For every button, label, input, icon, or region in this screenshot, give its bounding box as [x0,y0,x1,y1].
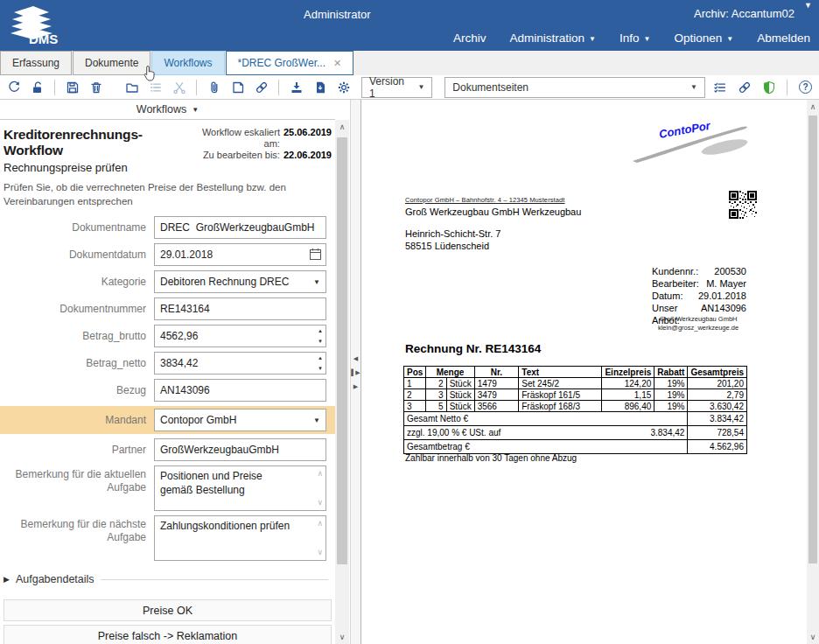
chevron-down-icon: ▼ [726,35,733,43]
bemerkung-naechste-textarea[interactable]: Zahlungskonditionen prüfen [154,515,326,561]
invoice-table: Pos Menge Nr. Text Einzelpreis Rabatt Ge… [403,366,747,454]
cut-icon[interactable] [170,78,188,96]
dokumentdatum-input[interactable] [154,243,326,266]
link-icon[interactable] [252,78,270,96]
settings-gear-icon[interactable] [334,78,353,96]
checklist-icon[interactable] [710,78,729,96]
grand-total-row: Gesamtbetrag € 4.562,96 [404,440,747,454]
menu-item-archiv[interactable]: Archiv [453,32,486,45]
table-row: 23 Stück3479 Fräskopf 161/51,15 19%2,79 [404,389,747,401]
scroll-down-icon[interactable]: ∨ [335,630,349,644]
chevron-down-icon: ▼ [192,106,199,114]
download-icon[interactable] [287,78,305,96]
field-dokumentnummer: Dokumentnummer [4,298,332,320]
expand-chevron-icon[interactable]: ▶ [4,575,10,584]
save-icon[interactable] [63,78,81,96]
field-bemerkung-aktuell: Bemerkung für die aktuellen Aufgabe Posi… [4,466,332,511]
scroll-down-icon[interactable]: ∨ [807,630,819,644]
recipient-address: Heinrich-Schicht-Str. 7 58515 Lüdenschei… [405,228,500,253]
scrollbar-thumb[interactable] [337,137,347,564]
betrag-brutto-input[interactable] [154,325,326,347]
workflow-panel: Workflows ▼ Kreditorenrechnungs-Workflow… [0,100,350,644]
shield-icon[interactable] [760,78,778,96]
document-preview: ContoPor Contopor GmbH – Bahnhofstr. 4 –… [361,100,819,644]
field-bezug: Bezug [4,379,332,402]
contopor-logo-text: ContoPor [658,119,712,141]
field-mandant: Mandant Contopor GmbH ▼ [0,406,335,434]
field-kategorie: Kategorie Debitoren Rechnung DREC ▼ [4,270,332,293]
archive-chevron-down-icon[interactable]: ▼ [804,1,812,10]
textarea-scroll-arrows[interactable]: ∧∨ [317,470,323,507]
betrag-netto-input[interactable] [154,352,326,374]
textarea-scroll-arrows[interactable]: ∧∨ [317,520,323,556]
attachment-icon[interactable] [205,78,223,96]
user-label: Administrator [304,8,371,21]
main-menu: Archiv Administration▼ Info▼ Optionen▼ A… [453,32,810,45]
escalation-label: Workflow eskaliert am: [198,127,280,150]
archive-label: Archiv: Accantum02 [694,7,794,20]
due-date: 22.06.2019 [284,150,332,161]
link-icon[interactable] [735,78,753,96]
table-row: 12 Stück1479 Set 245/2124,20 19%201,20 [404,378,747,389]
close-icon[interactable]: ✕ [333,58,341,69]
form-scrollbar[interactable]: ∧ ∨ [335,120,349,644]
chevron-down-icon: ▼ [589,35,596,43]
scroll-up-icon[interactable]: ∧ [807,100,819,114]
field-dokumentname: Dokumentname [4,216,332,239]
tab-drec-document[interactable]: *DREC GroßWer... ✕ [226,51,354,75]
scroll-up-icon[interactable]: ∧ [335,120,349,134]
scrollbar-thumb[interactable] [808,116,817,564]
tab-dokumente[interactable]: Dokumente [73,51,150,75]
dokumentname-input[interactable] [154,216,326,239]
field-betrag-netto: Betrag_netto ▲▼ [4,352,332,374]
calendar-icon[interactable] [309,248,322,264]
net-total-row: Gesamt Netto € 3.834,42 [404,412,747,426]
preise-falsch-button[interactable]: Preise falsch -> Reklamation [4,625,332,644]
contopor-logo: ContoPor [628,108,760,182]
payment-note: Zahlbar innerhalb von 30 Tagen ohne Abzu… [405,453,577,463]
menu-item-info[interactable]: Info▼ [620,32,650,45]
panel-splitter[interactable]: ◀ ▌▶ ▶ [350,100,361,644]
kategorie-select[interactable]: Debitoren Rechnung DREC ▼ [154,270,326,293]
workflow-description: Prüfen Sie, ob die verrechneten Preise d… [4,181,332,208]
table-row: 35 Stück3566 Fräskopf 168/3896,40 19%3.6… [404,401,747,412]
aufgabendetails-toggle[interactable]: Aufgabendetails [16,573,94,585]
number-stepper[interactable]: ▲▼ [318,355,323,371]
export-file-icon[interactable] [311,78,329,96]
dokumentnummer-input[interactable] [154,298,326,320]
vat-row: zzgl. 19,00 % € USt. auf3.834,42 728,54 [404,426,747,440]
delete-icon[interactable] [87,78,105,96]
panel-selector[interactable]: Workflows ▼ [0,100,335,120]
chevron-down-icon: ▼ [690,83,697,91]
help-icon[interactable]: ? [796,78,815,96]
menu-item-optionen[interactable]: Optionen▼ [674,32,733,45]
chevron-down-icon: ▼ [313,416,320,424]
collapse-left-icon[interactable]: ◀ [354,355,358,361]
refresh-icon[interactable] [4,78,23,96]
mandant-select[interactable]: Contopor GmbH ▼ [154,409,326,431]
recipient-name: Groß Werkzeugbau GmbH Werkzeugbau [405,206,581,217]
chevron-down-icon: ▼ [417,83,424,91]
splitter-handle[interactable]: ▌▶ [351,369,360,375]
bemerkung-aktuell-textarea[interactable]: Positionen und Preise gemäß Bestellung [154,466,326,511]
folder-icon[interactable] [122,78,141,96]
bezug-input[interactable] [154,379,326,402]
tab-erfassung[interactable]: Erfassung [0,51,72,75]
version-select[interactable]: Version 1 ▼ [361,77,432,98]
workflow-title: Kreditorenrechnungs-Workflow [4,127,195,158]
preise-ok-button[interactable]: Preise OK [4,599,332,621]
tab-workflows[interactable]: Workflows [151,51,224,75]
note-icon[interactable] [228,78,247,96]
menu-item-abmelden[interactable]: Abmelden [757,32,810,45]
collapse-right-icon[interactable]: ▶ [354,383,358,389]
menu-item-administration[interactable]: Administration▼ [510,32,596,45]
document-pages-select[interactable]: Dokumentseiten ▼ [444,77,705,98]
supplier-contact: Groß Werkzeugbau GmbH klein@grosz_werkze… [640,315,757,332]
unlock-icon[interactable] [28,78,46,96]
tab-bar: Erfassung Dokumente Workflows *DREC Groß… [0,51,819,75]
preview-scrollbar[interactable]: ∧ ∨ [807,100,819,644]
chevron-down-icon: ▼ [313,278,320,286]
partner-input[interactable] [154,438,326,461]
escalation-date: 25.06.2019 [284,127,332,138]
number-stepper[interactable]: ▲▼ [318,328,323,344]
